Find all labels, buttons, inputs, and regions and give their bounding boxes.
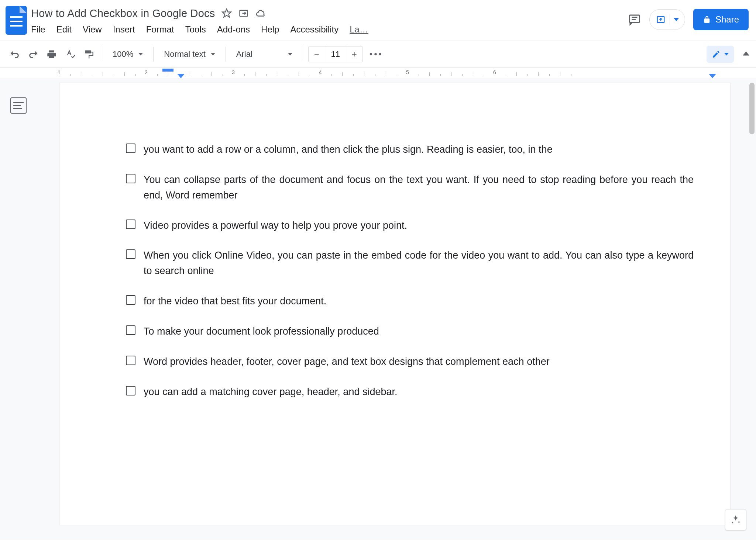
style-value: Normal text (164, 49, 205, 59)
ruler-number: 2 (145, 69, 148, 75)
checkbox-icon[interactable] (126, 356, 135, 365)
checklist: you want to add a row or a column, and t… (126, 142, 694, 400)
explore-button[interactable] (725, 509, 746, 531)
font-select[interactable]: Arial (231, 46, 298, 62)
scrollbar-thumb[interactable] (749, 83, 755, 134)
menu-tools[interactable]: Tools (185, 24, 206, 35)
checklist-item[interactable]: for the video that best fits your docume… (126, 294, 694, 309)
svg-marker-0 (223, 9, 231, 17)
checklist-text[interactable]: When you click Online Video, you can pas… (144, 248, 694, 279)
checklist-text[interactable]: Word provides header, footer, cover page… (144, 354, 550, 370)
font-size-decrease[interactable]: − (309, 49, 325, 59)
paragraph-style-select[interactable]: Normal text (159, 46, 220, 62)
zoom-value: 100% (113, 49, 133, 59)
ruler-number: 1 (58, 69, 61, 75)
vertical-scrollbar[interactable] (748, 79, 755, 540)
menu-bar: File Edit View Insert Format Tools Add-o… (31, 22, 628, 37)
checklist-text[interactable]: To make your document look professionall… (144, 324, 379, 339)
document-outline-icon[interactable] (10, 97, 27, 114)
menu-help[interactable]: Help (261, 24, 279, 35)
collapse-toolbar-icon[interactable] (743, 50, 749, 58)
ruler-number: 4 (319, 69, 322, 75)
checklist-item[interactable]: When you click Online Video, you can pas… (126, 248, 694, 279)
share-button[interactable]: Share (693, 9, 749, 30)
ruler-number: 5 (406, 69, 409, 75)
svg-rect-2 (629, 15, 639, 23)
menu-format[interactable]: Format (146, 24, 174, 35)
horizontal-ruler[interactable]: 123456 (0, 68, 756, 79)
checklist-item[interactable]: you want to add a row or a column, and t… (126, 142, 694, 158)
paint-format-icon[interactable] (80, 46, 97, 62)
checklist-item[interactable]: You can collapse parts of the document a… (126, 172, 694, 203)
cloud-status-icon[interactable] (255, 8, 267, 19)
menu-insert[interactable]: Insert (113, 24, 135, 35)
menu-last-activity[interactable]: La… (350, 24, 368, 35)
menu-file[interactable]: File (31, 24, 45, 35)
checkbox-icon[interactable] (126, 144, 135, 153)
checkbox-icon[interactable] (126, 249, 135, 259)
checklist-item[interactable]: To make your document look professionall… (126, 324, 694, 339)
docs-logo[interactable] (4, 4, 28, 37)
checklist-item[interactable]: you can add a matching cover page, heade… (126, 384, 694, 400)
ruler-number: 3 (232, 69, 235, 75)
undo-icon[interactable] (7, 46, 23, 62)
toolbar: 100% Normal text Arial − 11 + ••• (0, 41, 756, 68)
more-toolbar-icon[interactable]: ••• (365, 49, 383, 59)
checklist-text[interactable]: for the video that best fits your docume… (144, 294, 326, 309)
checkbox-icon[interactable] (126, 174, 135, 183)
font-value: Arial (236, 49, 252, 59)
checkbox-icon[interactable] (126, 295, 135, 305)
checklist-item[interactable]: Video provides a powerful way to help yo… (126, 218, 694, 234)
checkbox-icon[interactable] (126, 386, 135, 395)
redo-icon[interactable] (25, 46, 41, 62)
share-label: Share (715, 14, 739, 25)
font-size-value[interactable]: 11 (325, 46, 346, 62)
app-header: How to Add Checkbox in Google Docs File … (0, 0, 756, 37)
editing-mode-button[interactable] (707, 46, 734, 63)
star-icon[interactable] (221, 8, 232, 18)
checklist-text[interactable]: You can collapse parts of the document a… (144, 172, 694, 203)
font-size-control: − 11 + (308, 46, 363, 62)
move-icon[interactable] (238, 8, 249, 18)
print-icon[interactable] (44, 46, 60, 62)
menu-view[interactable]: View (83, 24, 102, 35)
ruler-number: 6 (493, 69, 496, 75)
document-title[interactable]: How to Add Checkbox in Google Docs (31, 7, 215, 20)
checklist-text[interactable]: Video provides a powerful way to help yo… (144, 218, 407, 234)
checklist-text[interactable]: you want to add a row or a column, and t… (144, 142, 553, 158)
font-size-increase[interactable]: + (346, 49, 362, 59)
menu-addons[interactable]: Add-ons (217, 24, 250, 35)
checkbox-icon[interactable] (126, 325, 135, 335)
document-page[interactable]: you want to add a row or a column, and t… (59, 83, 731, 525)
spellcheck-icon[interactable] (62, 46, 78, 62)
comments-icon[interactable] (628, 13, 641, 26)
present-button[interactable] (649, 9, 685, 30)
checklist-text[interactable]: you can add a matching cover page, heade… (144, 384, 398, 400)
menu-edit[interactable]: Edit (56, 24, 72, 35)
menu-accessibility[interactable]: Accessibility (290, 24, 339, 35)
checkbox-icon[interactable] (126, 220, 135, 229)
zoom-select[interactable]: 100% (107, 46, 148, 62)
checklist-item[interactable]: Word provides header, footer, cover page… (126, 354, 694, 370)
workspace: you want to add a row or a column, and t… (0, 79, 756, 540)
